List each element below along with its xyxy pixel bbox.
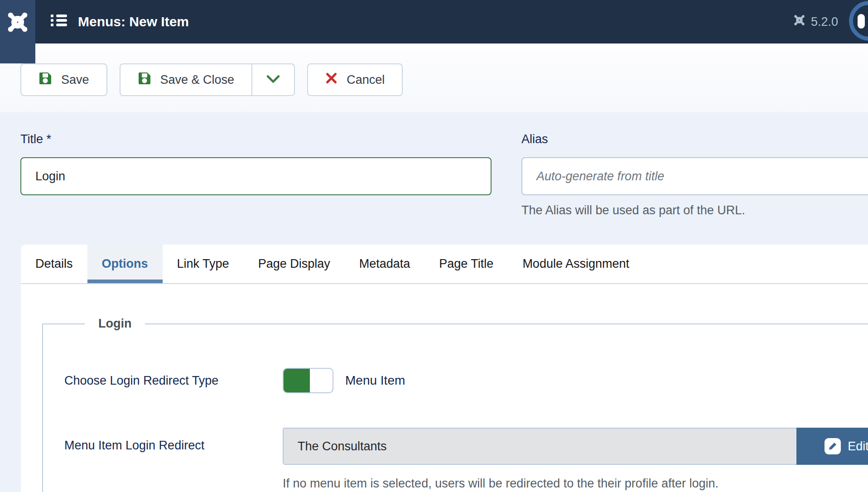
title-label: Title * bbox=[20, 132, 492, 146]
redirect-type-row: Choose Login Redirect Type Menu Item bbox=[64, 368, 868, 393]
list-icon bbox=[51, 13, 67, 31]
joomla-logo[interactable] bbox=[0, 0, 35, 63]
user-menu-icon[interactable] bbox=[849, 1, 868, 41]
pen-to-square-icon bbox=[825, 438, 841, 454]
title-field-group: Title * bbox=[20, 132, 492, 245]
alias-field-group: Alias The Alias will be used as part of … bbox=[521, 132, 868, 245]
alias-label: Alias bbox=[521, 132, 868, 146]
options-tab-content: Login Choose Login Redirect Type Menu It… bbox=[21, 284, 868, 492]
save-button[interactable]: Save bbox=[20, 63, 107, 96]
save-close-button-label: Save & Close bbox=[160, 73, 235, 87]
tab-link-type[interactable]: Link Type bbox=[163, 245, 244, 283]
version-badge: 5.2.0 bbox=[793, 0, 838, 43]
tab-details[interactable]: Details bbox=[21, 245, 87, 283]
version-text: 5.2.0 bbox=[811, 15, 838, 29]
tab-page-title[interactable]: Page Title bbox=[424, 245, 508, 283]
tab-bar: Details Options Link Type Page Display M… bbox=[21, 245, 868, 284]
edit-menu-item-button[interactable]: Edit bbox=[796, 428, 868, 465]
chevron-down-icon bbox=[266, 75, 280, 85]
toolbar: Save Save & Close bbox=[0, 43, 868, 112]
menu-item-redirect-row: Menu Item Login Redirect The Consultants… bbox=[64, 428, 868, 491]
redirect-type-toggle[interactable] bbox=[283, 368, 333, 393]
menu-item-redirect-help: If no menu item is selected, users will … bbox=[283, 477, 868, 491]
toggle-on-indicator bbox=[284, 369, 310, 392]
cancel-button[interactable]: Cancel bbox=[307, 63, 403, 96]
tab-module-assignment[interactable]: Module Assignment bbox=[508, 245, 644, 283]
floppy-disk-icon bbox=[138, 72, 151, 88]
alias-input[interactable] bbox=[521, 157, 868, 195]
edit-tab-panel: Details Options Link Type Page Display M… bbox=[21, 245, 868, 492]
save-dropdown-toggle[interactable] bbox=[251, 63, 295, 96]
menu-item-select-combo: The Consultants Edit bbox=[283, 428, 868, 465]
menu-item-redirect-label: Menu Item Login Redirect bbox=[64, 428, 283, 453]
save-close-button-group: Save & Close bbox=[120, 63, 295, 96]
admin-header: Menus: New Item 5.2.0 bbox=[0, 0, 868, 43]
save-close-button[interactable]: Save & Close bbox=[120, 63, 252, 96]
selected-menu-item-field: The Consultants bbox=[283, 428, 797, 465]
redirect-type-label: Choose Login Redirect Type bbox=[64, 374, 283, 388]
login-fieldset: Login Choose Login Redirect Type Menu It… bbox=[42, 317, 868, 492]
menu-item-redirect-controls: The Consultants Edit If no menu item is … bbox=[283, 428, 868, 491]
x-icon bbox=[325, 72, 338, 87]
page-title-text: Menus: New Item bbox=[78, 14, 189, 29]
login-fieldset-legend: Login bbox=[85, 317, 145, 331]
redirect-type-value: Menu Item bbox=[345, 373, 405, 388]
title-input[interactable] bbox=[20, 157, 492, 195]
floppy-disk-icon bbox=[39, 72, 52, 88]
alias-help-text: The Alias will be used as part of the UR… bbox=[521, 203, 868, 217]
tab-options[interactable]: Options bbox=[87, 245, 163, 283]
page-title: Menus: New Item bbox=[51, 0, 189, 43]
save-button-label: Save bbox=[61, 73, 89, 87]
tab-page-display[interactable]: Page Display bbox=[244, 245, 345, 283]
edit-button-label: Edit bbox=[848, 439, 868, 453]
title-alias-section: Title * Alias The Alias will be used as … bbox=[0, 112, 868, 245]
tab-metadata[interactable]: Metadata bbox=[345, 245, 425, 283]
joomla-version-icon bbox=[793, 14, 805, 29]
cancel-button-label: Cancel bbox=[347, 73, 385, 87]
